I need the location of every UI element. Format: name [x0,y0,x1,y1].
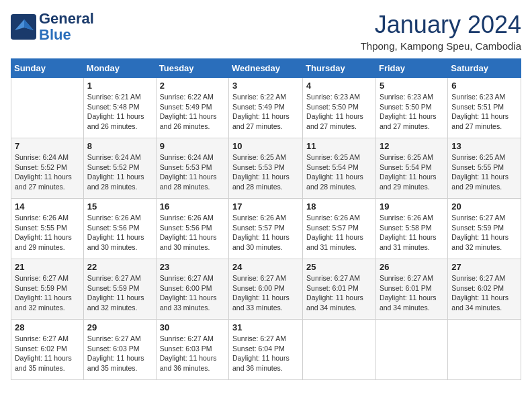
calendar-day-cell: 25Sunrise: 6:27 AMSunset: 6:01 PMDayligh… [303,259,376,320]
day-number: 10 [232,141,299,151]
calendar-day-cell: 9Sunrise: 6:24 AMSunset: 5:53 PMDaylight… [156,138,228,199]
day-number: 13 [451,141,517,151]
calendar-day-cell: 17Sunrise: 6:26 AMSunset: 5:57 PMDayligh… [229,199,303,259]
calendar-day-cell: 6Sunrise: 6:23 AMSunset: 5:51 PMDaylight… [448,78,521,138]
day-number: 7 [15,141,80,151]
day-info: Sunrise: 6:23 AMSunset: 5:50 PMDaylight:… [306,92,372,132]
calendar-day-cell: 11Sunrise: 6:25 AMSunset: 5:54 PMDayligh… [303,138,376,199]
calendar-day-cell: 2Sunrise: 6:22 AMSunset: 5:49 PMDaylight… [156,78,228,138]
day-number: 14 [15,201,80,212]
weekday-header: Thursday [303,59,376,78]
day-number: 23 [160,262,225,272]
day-info: Sunrise: 6:27 AMSunset: 5:59 PMDaylight:… [15,273,80,313]
day-number: 8 [87,141,152,151]
day-number: 27 [451,262,517,272]
calendar-day-cell: 30Sunrise: 6:27 AMSunset: 6:03 PMDayligh… [156,320,228,380]
calendar-day-cell: 28Sunrise: 6:27 AMSunset: 6:02 PMDayligh… [11,320,84,380]
day-info: Sunrise: 6:27 AMSunset: 6:04 PMDaylight:… [232,334,299,373]
calendar-day-cell: 22Sunrise: 6:27 AMSunset: 5:59 PMDayligh… [83,259,156,320]
day-info: Sunrise: 6:27 AMSunset: 6:02 PMDaylight:… [15,334,80,373]
day-info: Sunrise: 6:27 AMSunset: 6:02 PMDaylight:… [451,273,517,313]
calendar-day-cell: 31Sunrise: 6:27 AMSunset: 6:04 PMDayligh… [229,320,303,380]
weekday-header: Friday [375,59,447,78]
calendar-week-row: 14Sunrise: 6:26 AMSunset: 5:55 PMDayligh… [11,199,521,259]
calendar-day-cell: 20Sunrise: 6:27 AMSunset: 5:59 PMDayligh… [448,199,521,259]
day-number: 2 [160,81,225,91]
day-info: Sunrise: 6:26 AMSunset: 5:56 PMDaylight:… [87,213,152,253]
day-number: 28 [15,322,80,332]
day-number: 17 [232,201,299,212]
day-number: 1 [87,81,152,91]
day-info: Sunrise: 6:26 AMSunset: 5:57 PMDaylight:… [232,213,299,253]
calendar-week-row: 7Sunrise: 6:24 AMSunset: 5:52 PMDaylight… [11,138,521,199]
page-header: General Blue January 2024 Thpong, Kampon… [11,11,521,52]
logo-text-blue: Blue [39,27,94,43]
day-info: Sunrise: 6:27 AMSunset: 6:01 PMDaylight:… [306,273,372,313]
day-info: Sunrise: 6:27 AMSunset: 5:59 PMDaylight:… [87,273,152,313]
logo: General Blue [11,11,94,43]
day-info: Sunrise: 6:25 AMSunset: 5:54 PMDaylight:… [306,152,372,192]
calendar-day-cell: 13Sunrise: 6:25 AMSunset: 5:55 PMDayligh… [448,138,521,199]
day-info: Sunrise: 6:22 AMSunset: 5:49 PMDaylight:… [160,92,225,132]
calendar-day-cell: 10Sunrise: 6:25 AMSunset: 5:53 PMDayligh… [229,138,303,199]
day-info: Sunrise: 6:23 AMSunset: 5:50 PMDaylight:… [380,92,444,132]
day-info: Sunrise: 6:25 AMSunset: 5:54 PMDaylight:… [380,152,444,192]
calendar-day-cell [303,320,376,380]
calendar-day-cell: 21Sunrise: 6:27 AMSunset: 5:59 PMDayligh… [11,259,84,320]
day-info: Sunrise: 6:24 AMSunset: 5:52 PMDaylight:… [15,152,80,192]
day-info: Sunrise: 6:26 AMSunset: 5:55 PMDaylight:… [15,213,80,253]
calendar-week-row: 21Sunrise: 6:27 AMSunset: 5:59 PMDayligh… [11,259,521,320]
day-number: 29 [87,322,152,332]
day-number: 18 [306,201,372,212]
day-info: Sunrise: 6:26 AMSunset: 5:56 PMDaylight:… [160,213,225,253]
calendar-day-cell: 5Sunrise: 6:23 AMSunset: 5:50 PMDaylight… [375,78,447,138]
day-info: Sunrise: 6:24 AMSunset: 5:52 PMDaylight:… [87,152,152,192]
day-info: Sunrise: 6:26 AMSunset: 5:58 PMDaylight:… [380,213,444,253]
day-info: Sunrise: 6:27 AMSunset: 6:03 PMDaylight:… [87,334,152,373]
day-info: Sunrise: 6:27 AMSunset: 6:00 PMDaylight:… [160,273,225,313]
calendar-day-cell: 1Sunrise: 6:21 AMSunset: 5:48 PMDaylight… [83,78,156,138]
calendar-day-cell: 15Sunrise: 6:26 AMSunset: 5:56 PMDayligh… [83,199,156,259]
day-info: Sunrise: 6:27 AMSunset: 6:00 PMDaylight:… [232,273,299,313]
calendar-day-cell: 16Sunrise: 6:26 AMSunset: 5:56 PMDayligh… [156,199,228,259]
day-number: 15 [87,201,152,212]
day-info: Sunrise: 6:21 AMSunset: 5:48 PMDaylight:… [87,92,152,132]
day-number: 31 [232,322,299,332]
day-number: 9 [160,141,225,151]
day-info: Sunrise: 6:26 AMSunset: 5:57 PMDaylight:… [306,213,372,253]
day-info: Sunrise: 6:24 AMSunset: 5:53 PMDaylight:… [160,152,225,192]
day-number: 3 [232,81,299,91]
calendar-day-cell: 29Sunrise: 6:27 AMSunset: 6:03 PMDayligh… [83,320,156,380]
day-info: Sunrise: 6:27 AMSunset: 5:59 PMDaylight:… [451,213,517,253]
day-number: 11 [306,141,372,151]
calendar-day-cell: 27Sunrise: 6:27 AMSunset: 6:02 PMDayligh… [448,259,521,320]
calendar-day-cell: 18Sunrise: 6:26 AMSunset: 5:57 PMDayligh… [303,199,376,259]
calendar-day-cell: 4Sunrise: 6:23 AMSunset: 5:50 PMDaylight… [303,78,376,138]
calendar-day-cell: 7Sunrise: 6:24 AMSunset: 5:52 PMDaylight… [11,138,84,199]
weekday-header: Tuesday [156,59,228,78]
weekday-header-row: SundayMondayTuesdayWednesdayThursdayFrid… [11,59,521,78]
calendar-day-cell: 23Sunrise: 6:27 AMSunset: 6:00 PMDayligh… [156,259,228,320]
day-number: 22 [87,262,152,272]
calendar-day-cell [11,78,84,138]
day-info: Sunrise: 6:27 AMSunset: 6:01 PMDaylight:… [380,273,444,313]
day-number: 12 [380,141,444,151]
title-area: January 2024 Thpong, Kampong Speu, Cambo… [361,11,521,52]
calendar-day-cell: 19Sunrise: 6:26 AMSunset: 5:58 PMDayligh… [375,199,447,259]
calendar-day-cell: 24Sunrise: 6:27 AMSunset: 6:00 PMDayligh… [229,259,303,320]
logo-text-general: General [39,11,94,27]
calendar-week-row: 28Sunrise: 6:27 AMSunset: 6:02 PMDayligh… [11,320,521,380]
day-number: 26 [380,262,444,272]
weekday-header: Saturday [448,59,521,78]
logo-icon [11,14,36,40]
calendar-day-cell [448,320,521,380]
day-number: 6 [451,81,517,91]
day-info: Sunrise: 6:22 AMSunset: 5:49 PMDaylight:… [232,92,299,132]
calendar-day-cell: 3Sunrise: 6:22 AMSunset: 5:49 PMDaylight… [229,78,303,138]
day-number: 25 [306,262,372,272]
calendar-day-cell: 14Sunrise: 6:26 AMSunset: 5:55 PMDayligh… [11,199,84,259]
day-number: 5 [380,81,444,91]
location-subtitle: Thpong, Kampong Speu, Cambodia [361,40,521,52]
calendar-week-row: 1Sunrise: 6:21 AMSunset: 5:48 PMDaylight… [11,78,521,138]
day-info: Sunrise: 6:27 AMSunset: 6:03 PMDaylight:… [160,334,225,373]
